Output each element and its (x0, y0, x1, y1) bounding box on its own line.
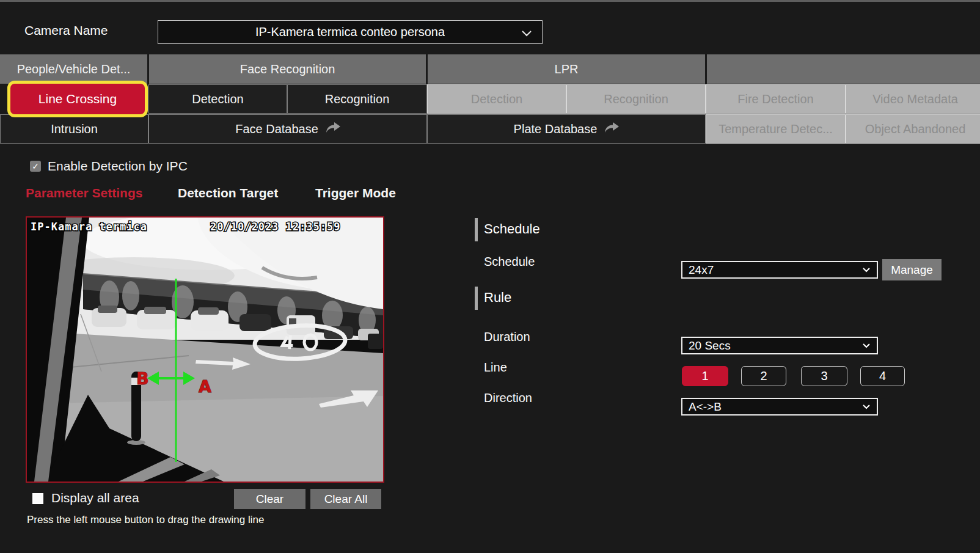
chevron-down-icon (862, 265, 871, 276)
schedule-value: 24x7 (689, 263, 714, 277)
clear-all-button[interactable]: Clear All (310, 489, 381, 509)
drawing-hint-text: Press the left mouse button to drag the … (27, 514, 264, 526)
rule-section-title: Rule (484, 290, 511, 306)
tab-video-metadata-disabled: Video Metadata (846, 84, 980, 114)
enable-detection-label: Enable Detection by IPC (48, 159, 188, 174)
plate-database-label: Plate Database (514, 122, 598, 136)
tab-group-face-recognition: Face Recognition (149, 54, 426, 84)
schedule-section-bar (475, 218, 478, 241)
tab-group-lpr: LPR (428, 54, 705, 84)
osd-camera-name: IP-Kamara termica (31, 221, 147, 233)
clear-button[interactable]: Clear (234, 489, 305, 509)
subtab-detection-target[interactable]: Detection Target (178, 186, 278, 200)
line-button-1[interactable]: 1 (682, 366, 728, 386)
line-button-4[interactable]: 4 (860, 366, 905, 386)
schedule-section-title: Schedule (484, 221, 540, 237)
tab-fire-detection-disabled: Fire Detection (706, 84, 846, 114)
marker-b-label: B (136, 369, 149, 388)
tab-group-other (707, 54, 980, 84)
line-button-2[interactable]: 2 (741, 366, 786, 386)
share-arrow-icon (604, 122, 619, 136)
video-preview-canvas[interactable]: B A IP-Kamara termica 20/10/2023 12:35:5… (26, 216, 384, 483)
line-label: Line (484, 361, 507, 375)
window-top-strip (0, 0, 980, 2)
schedule-label: Schedule (484, 255, 535, 269)
direction-value: A<->B (689, 400, 722, 414)
osd-datetime: 20/10/2023 12:35:59 (210, 221, 340, 233)
manage-button[interactable]: Manage (882, 259, 942, 280)
tab-temperature-detection-disabled: Temperature Detec... (706, 114, 846, 144)
tab-object-abandoned-disabled: Object Abandoned (846, 114, 980, 144)
chevron-down-icon (521, 29, 532, 40)
line-button-3[interactable]: 3 (801, 366, 847, 386)
tab-plate-database[interactable]: Plate Database (427, 114, 706, 144)
display-all-area-label: Display all area (51, 491, 139, 505)
tab-lpr-detection-disabled: Detection (427, 84, 566, 114)
direction-label: Direction (484, 391, 532, 405)
camera-scene: B A IP-Kamara termica 20/10/2023 12:35:5… (27, 218, 383, 482)
tab-face-recognition[interactable]: Recognition (287, 84, 427, 114)
tab-face-detection[interactable]: Detection (148, 84, 287, 114)
tab-face-database[interactable]: Face Database (148, 114, 427, 144)
display-all-area-checkbox[interactable] (32, 493, 43, 504)
chevron-down-icon (862, 340, 871, 351)
tab-intrusion[interactable]: Intrusion (0, 114, 148, 144)
rule-section-bar (475, 287, 478, 310)
camera-name-value: IP-Kamera termica conteo persona (255, 25, 445, 39)
subtab-trigger-mode[interactable]: Trigger Mode (315, 186, 396, 200)
enable-detection-checkbox[interactable]: ✓ (30, 161, 41, 172)
schedule-select[interactable]: 24x7 (681, 261, 878, 279)
checkmark-icon: ✓ (32, 162, 39, 170)
marker-a-label: A (199, 377, 211, 396)
tab-group-people-vehicle: People/Vehicle Det... (0, 54, 147, 84)
share-arrow-icon (326, 122, 340, 136)
camera-name-select[interactable]: IP-Kamera termica conteo persona (158, 20, 543, 44)
duration-label: Duration (484, 330, 530, 344)
tab-line-crossing[interactable]: Line Crossing (7, 81, 148, 117)
camera-name-label: Camera Name (24, 23, 108, 38)
face-database-label: Face Database (235, 122, 318, 136)
subtab-parameter-settings[interactable]: Parameter Settings (26, 186, 142, 200)
direction-select[interactable]: A<->B (681, 398, 878, 416)
duration-select[interactable]: 20 Secs (681, 337, 878, 354)
duration-value: 20 Secs (689, 339, 731, 353)
tab-lpr-recognition-disabled: Recognition (566, 84, 706, 114)
chevron-down-icon (862, 401, 871, 412)
